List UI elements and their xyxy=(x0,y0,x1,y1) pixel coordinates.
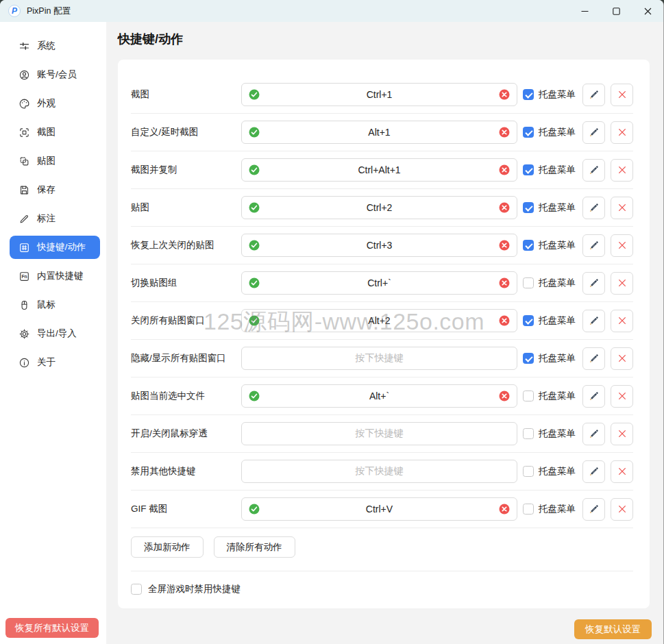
sidebar-item-保存[interactable]: 保存 xyxy=(10,178,100,201)
hotkey-input[interactable]: Ctrl+V xyxy=(241,497,517,521)
hotkey-clear-icon[interactable] xyxy=(498,277,511,289)
hotkey-input[interactable]: Alt+2 xyxy=(241,309,517,332)
app-window: P PixPin 配置 系统 账号/会员 外观 截图 xyxy=(0,0,664,644)
edit-action-button[interactable] xyxy=(582,121,605,144)
hotkey-value: Alt+2 xyxy=(368,315,390,326)
sidebar-item-鼠标[interactable]: 鼠标 xyxy=(10,293,100,317)
hotkey-valid-icon xyxy=(248,503,260,515)
edit-action-button[interactable] xyxy=(582,197,605,219)
hotkey-clear-icon[interactable] xyxy=(498,126,511,138)
hotkey-input[interactable]: Ctrl+` xyxy=(241,271,517,295)
hotkey-input[interactable]: 按下快捷键 xyxy=(241,422,517,445)
close-button[interactable] xyxy=(632,0,663,22)
tray-menu-checkbox[interactable] xyxy=(523,504,534,515)
edit-action-button[interactable] xyxy=(582,347,605,370)
sidebar-item-label: 系统 xyxy=(37,40,56,52)
sidebar-item-label: 截图 xyxy=(37,126,56,138)
delete-action-button[interactable] xyxy=(611,385,633,408)
hotkey-valid-icon xyxy=(248,126,260,138)
tray-menu-checkbox[interactable] xyxy=(523,127,534,138)
hotkey-valid-icon xyxy=(248,390,260,402)
sidebar-item-导出/导入[interactable]: 导出/导入 xyxy=(10,322,100,345)
hotkey-value: Ctrl+2 xyxy=(367,202,393,213)
restore-all-defaults-button[interactable]: 恢复所有默认设置 xyxy=(5,618,99,638)
hotkey-valid-icon xyxy=(248,277,260,289)
hotkey-valid-icon xyxy=(248,201,260,214)
tray-menu-checkbox[interactable] xyxy=(523,277,534,288)
sidebar-item-系统[interactable]: 系统 xyxy=(10,34,100,58)
tray-menu-checkbox[interactable] xyxy=(523,466,534,477)
minimize-button[interactable] xyxy=(569,0,600,22)
tray-menu-checkbox[interactable] xyxy=(523,353,534,364)
hotkey-clear-icon[interactable] xyxy=(498,314,511,327)
hotkey-value: Alt+1 xyxy=(368,127,390,138)
hotkey-input[interactable]: Ctrl+Alt+1 xyxy=(241,158,517,182)
delete-action-button[interactable] xyxy=(611,347,633,370)
add-action-button[interactable]: 添加新动作 xyxy=(131,536,204,558)
tray-menu-label: 托盘菜单 xyxy=(539,428,577,440)
tray-menu-checkbox[interactable] xyxy=(523,391,534,401)
hotkey-value: Ctrl+3 xyxy=(367,240,393,251)
sidebar-item-快捷键/动作[interactable]: 快捷键/动作 xyxy=(10,236,100,259)
delete-action-button[interactable] xyxy=(611,310,633,332)
hotkey-clear-icon[interactable] xyxy=(498,88,511,101)
sidebar-item-外观[interactable]: 外观 xyxy=(10,92,100,115)
delete-action-button[interactable] xyxy=(611,423,633,445)
tray-menu-checkbox[interactable] xyxy=(523,240,534,251)
restore-default-button[interactable]: 恢复默认设置 xyxy=(574,619,652,639)
delete-action-button[interactable] xyxy=(611,121,633,144)
maximize-button[interactable] xyxy=(600,0,632,22)
edit-action-button[interactable] xyxy=(582,234,605,257)
hotkey-clear-icon[interactable] xyxy=(498,201,511,214)
sidebar: 系统 账号/会员 外观 截图 贴图 保存 标注 快捷键/动作 Fn 内置快捷键 … xyxy=(0,22,106,644)
delete-action-button[interactable] xyxy=(611,272,633,295)
edit-action-button[interactable] xyxy=(582,310,605,332)
tray-menu-checkbox[interactable] xyxy=(523,89,534,100)
hotkey-input[interactable]: Ctrl+1 xyxy=(241,83,517,106)
tray-menu-checkbox[interactable] xyxy=(523,164,534,175)
hotkey-input[interactable]: Ctrl+2 xyxy=(241,196,517,219)
delete-action-button[interactable] xyxy=(611,460,633,483)
sidebar-item-标注[interactable]: 标注 xyxy=(10,207,100,230)
hotkey-input[interactable]: 按下快捷键 xyxy=(241,460,517,483)
hotkey-row: GIF 截图 Ctrl+V 托盘菜单 xyxy=(131,491,633,528)
edit-action-button[interactable] xyxy=(582,272,605,295)
sidebar-item-关于[interactable]: 关于 xyxy=(10,351,100,374)
sidebar-item-label: 外观 xyxy=(37,97,56,110)
hotkey-clear-icon[interactable] xyxy=(498,503,511,515)
title-bar: P PixPin 配置 xyxy=(0,0,663,22)
fullscreen-disable-label: 全屏游戏时禁用快捷键 xyxy=(148,583,241,595)
sidebar-item-账号/会员[interactable]: 账号/会员 xyxy=(10,63,100,86)
hotkey-input[interactable]: Alt+` xyxy=(241,384,517,408)
fullscreen-disable-checkbox[interactable] xyxy=(131,584,142,595)
clear-all-actions-button[interactable]: 清除所有动作 xyxy=(214,536,295,558)
tray-menu-checkbox[interactable] xyxy=(523,428,534,439)
sidebar-item-截图[interactable]: 截图 xyxy=(10,121,100,144)
delete-action-button[interactable] xyxy=(611,197,633,219)
hotkey-rows: 截图 Ctrl+1 托盘菜单 自定义/延时截图 xyxy=(131,76,633,528)
tray-menu-checkbox[interactable] xyxy=(523,315,534,326)
gear-icon xyxy=(19,328,30,340)
edit-action-button[interactable] xyxy=(582,385,605,408)
hotkey-action-label: 关闭所有贴图窗口 xyxy=(131,314,241,327)
edit-action-button[interactable] xyxy=(582,159,605,182)
delete-action-button[interactable] xyxy=(611,159,633,182)
delete-action-button[interactable] xyxy=(611,84,633,106)
hotkey-row: 隐藏/显示所有贴图窗口 按下快捷键 托盘菜单 xyxy=(131,340,633,377)
delete-action-button[interactable] xyxy=(611,234,633,257)
sidebar-item-贴图[interactable]: 贴图 xyxy=(10,149,100,173)
edit-action-button[interactable] xyxy=(582,423,605,445)
edit-action-button[interactable] xyxy=(582,460,605,483)
main-panel: 快捷键/动作 截图 Ctrl+1 托盘菜单 xyxy=(106,22,663,644)
hotkey-clear-icon[interactable] xyxy=(498,164,511,176)
hotkey-input[interactable]: Ctrl+3 xyxy=(241,234,517,257)
hotkey-input[interactable]: Alt+1 xyxy=(241,121,517,144)
edit-action-button[interactable] xyxy=(582,498,605,521)
hotkey-input[interactable]: 按下快捷键 xyxy=(241,347,517,370)
edit-action-button[interactable] xyxy=(582,84,605,106)
sidebar-item-内置快捷键[interactable]: Fn 内置快捷键 xyxy=(10,264,100,288)
tray-menu-checkbox[interactable] xyxy=(523,202,534,213)
hotkey-clear-icon[interactable] xyxy=(498,239,511,251)
hotkey-clear-icon[interactable] xyxy=(498,390,511,402)
delete-action-button[interactable] xyxy=(611,498,633,521)
